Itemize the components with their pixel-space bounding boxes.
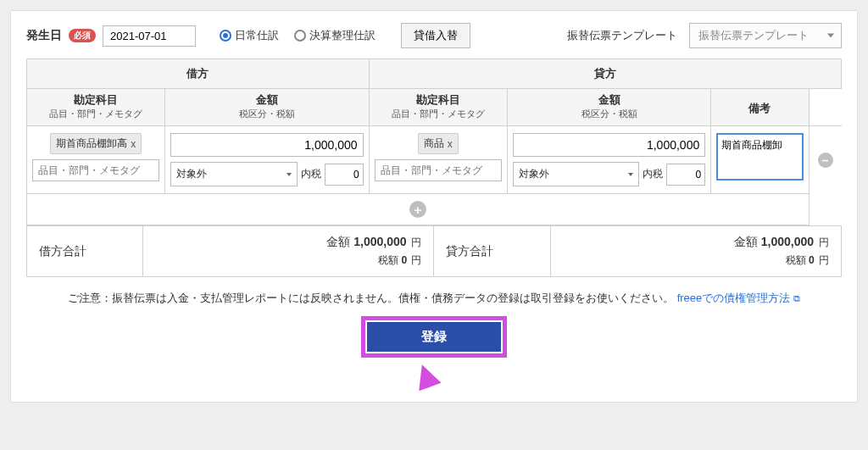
debit-account-chip[interactable]: 期首商品棚卸高 x [50, 133, 142, 154]
debit-tax-class-select[interactable]: 対象外 [170, 162, 297, 186]
credit-account-chip[interactable]: 商品 x [418, 133, 459, 154]
credit-tax-amount-input[interactable] [666, 164, 705, 186]
radio-closing-label: 決算整理仕訳 [309, 28, 376, 43]
journal-table: 借方 貸方 勘定科目 品目・部門・メモタグ 金額 税区分・税額 勘定科目 品目・… [26, 58, 842, 225]
debit-tax-incl-label: 内税 [301, 167, 321, 181]
credit-header: 貸方 [369, 59, 841, 89]
credit-account-header: 勘定科目 品目・部門・メモタグ [369, 89, 507, 126]
credit-account-cell: 商品 x [369, 126, 507, 194]
entry-type-radio-group: 日常仕訳 決算整理仕訳 [220, 28, 376, 43]
journal-row: 期首商品棚卸高 x 対象外 内税 商品 x [27, 126, 842, 194]
debit-amount-cell: 対象外 内税 [165, 126, 369, 194]
template-label: 振替伝票テンプレート [567, 28, 677, 43]
pointer-arrow-icon [411, 360, 442, 391]
add-row-button[interactable]: + [409, 201, 426, 218]
remarks-header: 備考 [711, 89, 809, 126]
credit-tax-incl-label: 内税 [643, 167, 663, 181]
credit-total-value: 金額 1,000,000 円 税額 0 円 [550, 226, 841, 277]
credit-amount-cell: 対象外 内税 [507, 126, 710, 194]
add-row: + [27, 194, 842, 225]
radio-closing[interactable]: 決算整理仕訳 [294, 28, 376, 43]
date-label: 発生日 [26, 28, 62, 43]
totals-table: 借方合計 金額 1,000,000 円 税額 0 円 貸方合計 金額 1,000… [26, 225, 842, 277]
radio-checked-icon [220, 30, 231, 42]
radio-daily[interactable]: 日常仕訳 [220, 28, 279, 43]
debit-amount-input[interactable] [170, 133, 363, 157]
credit-tag-input[interactable] [375, 159, 502, 181]
remarks-textarea[interactable] [716, 133, 803, 181]
register-button[interactable]: 登録 [367, 322, 501, 352]
swap-button[interactable]: 貸借入替 [401, 23, 470, 48]
debit-total-label: 借方合計 [27, 226, 143, 277]
radio-unchecked-icon [294, 30, 306, 42]
template-select[interactable]: 振替伝票テンプレート [689, 23, 842, 48]
register-area: 登録 [26, 316, 842, 385]
remarks-cell [711, 126, 809, 194]
required-badge: 必須 [69, 29, 96, 42]
debit-total-value: 金額 1,000,000 円 税額 0 円 [143, 226, 434, 277]
credit-amount-input[interactable] [513, 133, 705, 157]
top-bar: 発生日 必須 日常仕訳 決算整理仕訳 貸借入替 振替伝票テンプレート 振替伝票テ… [26, 23, 842, 48]
help-link[interactable]: freeeでの債権管理方法 ⧉ [677, 292, 800, 304]
debit-amount-header: 金額 税区分・税額 [165, 89, 369, 126]
radio-daily-label: 日常仕訳 [235, 28, 279, 43]
debit-header: 借方 [27, 59, 370, 89]
template-select-placeholder: 振替伝票テンプレート [698, 29, 809, 42]
debit-account-header: 勘定科目 品目・部門・メモタグ [27, 89, 165, 126]
external-link-icon: ⧉ [793, 293, 800, 303]
credit-total-label: 貸方合計 [434, 226, 550, 277]
debit-tax-amount-input[interactable] [325, 164, 364, 186]
journal-panel: 発生日 必須 日常仕訳 決算整理仕訳 貸借入替 振替伝票テンプレート 振替伝票テ… [10, 10, 858, 403]
date-input[interactable] [103, 25, 196, 47]
footer-note: ご注意：振替伝票は入金・支払管理レポートには反映されません。債権・債務データの登… [26, 291, 842, 306]
chip-remove-icon[interactable]: x [131, 138, 136, 150]
credit-amount-header: 金額 税区分・税額 [507, 89, 710, 126]
credit-tax-class-select[interactable]: 対象外 [513, 162, 639, 186]
register-highlight: 登録 [361, 316, 507, 358]
debit-tag-input[interactable] [32, 159, 159, 181]
debit-account-cell: 期首商品棚卸高 x [27, 126, 165, 194]
delete-cell: – [809, 126, 841, 194]
delete-row-button[interactable]: – [818, 153, 833, 168]
chip-remove-icon[interactable]: x [448, 138, 453, 150]
